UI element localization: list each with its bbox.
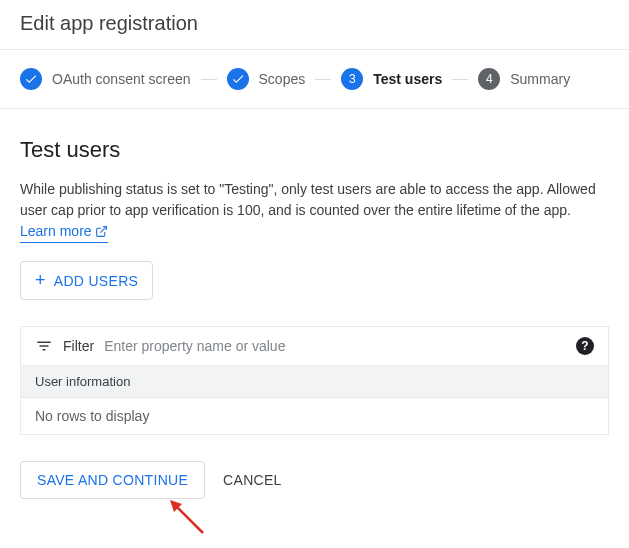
add-users-button[interactable]: + ADD USERS [20, 261, 153, 300]
table-header: User information [21, 365, 608, 398]
stepper: OAuth consent screen Scopes 3 Test users… [0, 50, 629, 109]
plus-icon: + [35, 270, 46, 291]
step-label: OAuth consent screen [52, 71, 191, 87]
step-scopes[interactable]: Scopes [227, 68, 306, 90]
filter-input[interactable] [104, 338, 566, 354]
step-test-users[interactable]: 3 Test users [341, 68, 442, 90]
step-number-icon: 3 [341, 68, 363, 90]
step-number-icon: 4 [478, 68, 500, 90]
annotation-arrow [168, 498, 208, 538]
page-title: Edit app registration [20, 12, 609, 35]
section-title: Test users [20, 137, 609, 163]
external-link-icon [95, 225, 108, 238]
step-divider [201, 79, 217, 80]
button-row: SAVE AND CONTINUE CANCEL [20, 461, 609, 499]
learn-more-text: Learn more [20, 221, 92, 242]
section-description: While publishing status is set to "Testi… [20, 179, 609, 243]
step-label: Scopes [259, 71, 306, 87]
learn-more-link[interactable]: Learn more [20, 221, 108, 243]
step-label: Test users [373, 71, 442, 87]
filter-row: Filter ? [21, 327, 608, 365]
step-divider [452, 79, 468, 80]
svg-line-0 [100, 227, 106, 233]
step-label: Summary [510, 71, 570, 87]
svg-line-1 [176, 506, 203, 533]
add-users-label: ADD USERS [54, 273, 138, 289]
cancel-button[interactable]: CANCEL [223, 472, 282, 488]
table-empty-message: No rows to display [21, 398, 608, 434]
description-text: While publishing status is set to "Testi… [20, 181, 596, 218]
step-summary[interactable]: 4 Summary [478, 68, 570, 90]
check-icon [20, 68, 42, 90]
svg-marker-2 [170, 500, 182, 512]
filter-label: Filter [63, 338, 94, 354]
step-divider [315, 79, 331, 80]
users-table: Filter ? User information No rows to dis… [20, 326, 609, 435]
filter-icon [35, 337, 53, 355]
check-icon [227, 68, 249, 90]
save-and-continue-button[interactable]: SAVE AND CONTINUE [20, 461, 205, 499]
help-icon[interactable]: ? [576, 337, 594, 355]
step-oauth-consent[interactable]: OAuth consent screen [20, 68, 191, 90]
